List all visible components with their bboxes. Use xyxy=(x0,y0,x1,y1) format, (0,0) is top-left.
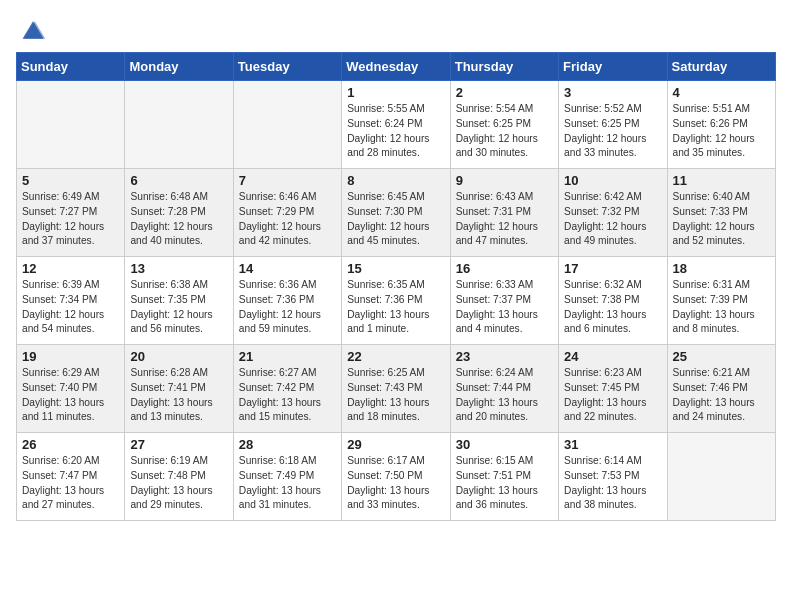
calendar-cell: 4Sunrise: 5:51 AMSunset: 6:26 PMDaylight… xyxy=(667,81,775,169)
day-info: Sunrise: 5:51 AMSunset: 6:26 PMDaylight:… xyxy=(673,102,770,161)
day-info: Sunrise: 6:28 AMSunset: 7:41 PMDaylight:… xyxy=(130,366,227,425)
weekday-header-sunday: Sunday xyxy=(17,53,125,81)
day-info: Sunrise: 6:27 AMSunset: 7:42 PMDaylight:… xyxy=(239,366,336,425)
calendar-cell: 1Sunrise: 5:55 AMSunset: 6:24 PMDaylight… xyxy=(342,81,450,169)
day-info: Sunrise: 5:55 AMSunset: 6:24 PMDaylight:… xyxy=(347,102,444,161)
day-info: Sunrise: 6:35 AMSunset: 7:36 PMDaylight:… xyxy=(347,278,444,337)
calendar-cell: 16Sunrise: 6:33 AMSunset: 7:37 PMDayligh… xyxy=(450,257,558,345)
weekday-header-wednesday: Wednesday xyxy=(342,53,450,81)
day-info: Sunrise: 6:46 AMSunset: 7:29 PMDaylight:… xyxy=(239,190,336,249)
page: SundayMondayTuesdayWednesdayThursdayFrid… xyxy=(0,0,792,537)
day-number: 5 xyxy=(22,173,119,188)
calendar-cell: 9Sunrise: 6:43 AMSunset: 7:31 PMDaylight… xyxy=(450,169,558,257)
logo-icon xyxy=(19,16,47,44)
day-number: 9 xyxy=(456,173,553,188)
weekday-header-saturday: Saturday xyxy=(667,53,775,81)
calendar-cell: 7Sunrise: 6:46 AMSunset: 7:29 PMDaylight… xyxy=(233,169,341,257)
day-info: Sunrise: 6:49 AMSunset: 7:27 PMDaylight:… xyxy=(22,190,119,249)
calendar-cell: 13Sunrise: 6:38 AMSunset: 7:35 PMDayligh… xyxy=(125,257,233,345)
day-info: Sunrise: 6:31 AMSunset: 7:39 PMDaylight:… xyxy=(673,278,770,337)
weekday-header-monday: Monday xyxy=(125,53,233,81)
day-info: Sunrise: 6:18 AMSunset: 7:49 PMDaylight:… xyxy=(239,454,336,513)
day-number: 17 xyxy=(564,261,661,276)
calendar-cell: 5Sunrise: 6:49 AMSunset: 7:27 PMDaylight… xyxy=(17,169,125,257)
weekday-header-friday: Friday xyxy=(559,53,667,81)
day-info: Sunrise: 6:21 AMSunset: 7:46 PMDaylight:… xyxy=(673,366,770,425)
day-info: Sunrise: 6:29 AMSunset: 7:40 PMDaylight:… xyxy=(22,366,119,425)
weekday-header-tuesday: Tuesday xyxy=(233,53,341,81)
calendar-cell: 30Sunrise: 6:15 AMSunset: 7:51 PMDayligh… xyxy=(450,433,558,521)
day-number: 21 xyxy=(239,349,336,364)
calendar-cell: 24Sunrise: 6:23 AMSunset: 7:45 PMDayligh… xyxy=(559,345,667,433)
day-info: Sunrise: 6:17 AMSunset: 7:50 PMDaylight:… xyxy=(347,454,444,513)
day-number: 29 xyxy=(347,437,444,452)
day-info: Sunrise: 6:36 AMSunset: 7:36 PMDaylight:… xyxy=(239,278,336,337)
day-number: 13 xyxy=(130,261,227,276)
svg-marker-1 xyxy=(24,21,45,39)
day-info: Sunrise: 6:39 AMSunset: 7:34 PMDaylight:… xyxy=(22,278,119,337)
calendar-cell xyxy=(125,81,233,169)
day-info: Sunrise: 6:19 AMSunset: 7:48 PMDaylight:… xyxy=(130,454,227,513)
day-number: 16 xyxy=(456,261,553,276)
day-number: 14 xyxy=(239,261,336,276)
calendar-cell: 28Sunrise: 6:18 AMSunset: 7:49 PMDayligh… xyxy=(233,433,341,521)
day-number: 1 xyxy=(347,85,444,100)
day-info: Sunrise: 6:42 AMSunset: 7:32 PMDaylight:… xyxy=(564,190,661,249)
day-info: Sunrise: 6:32 AMSunset: 7:38 PMDaylight:… xyxy=(564,278,661,337)
weekday-header-thursday: Thursday xyxy=(450,53,558,81)
calendar-cell: 20Sunrise: 6:28 AMSunset: 7:41 PMDayligh… xyxy=(125,345,233,433)
calendar-cell: 31Sunrise: 6:14 AMSunset: 7:53 PMDayligh… xyxy=(559,433,667,521)
calendar-cell: 12Sunrise: 6:39 AMSunset: 7:34 PMDayligh… xyxy=(17,257,125,345)
calendar-week-row-5: 26Sunrise: 6:20 AMSunset: 7:47 PMDayligh… xyxy=(17,433,776,521)
calendar-cell xyxy=(233,81,341,169)
calendar-week-row-2: 5Sunrise: 6:49 AMSunset: 7:27 PMDaylight… xyxy=(17,169,776,257)
calendar-cell xyxy=(17,81,125,169)
calendar-week-row-3: 12Sunrise: 6:39 AMSunset: 7:34 PMDayligh… xyxy=(17,257,776,345)
day-info: Sunrise: 6:20 AMSunset: 7:47 PMDaylight:… xyxy=(22,454,119,513)
day-number: 4 xyxy=(673,85,770,100)
day-number: 6 xyxy=(130,173,227,188)
day-info: Sunrise: 6:14 AMSunset: 7:53 PMDaylight:… xyxy=(564,454,661,513)
calendar-week-row-1: 1Sunrise: 5:55 AMSunset: 6:24 PMDaylight… xyxy=(17,81,776,169)
day-info: Sunrise: 5:52 AMSunset: 6:25 PMDaylight:… xyxy=(564,102,661,161)
day-number: 23 xyxy=(456,349,553,364)
calendar-cell: 2Sunrise: 5:54 AMSunset: 6:25 PMDaylight… xyxy=(450,81,558,169)
calendar-cell: 27Sunrise: 6:19 AMSunset: 7:48 PMDayligh… xyxy=(125,433,233,521)
day-number: 11 xyxy=(673,173,770,188)
day-number: 2 xyxy=(456,85,553,100)
calendar-cell: 15Sunrise: 6:35 AMSunset: 7:36 PMDayligh… xyxy=(342,257,450,345)
day-number: 7 xyxy=(239,173,336,188)
calendar-cell: 29Sunrise: 6:17 AMSunset: 7:50 PMDayligh… xyxy=(342,433,450,521)
day-number: 8 xyxy=(347,173,444,188)
logo xyxy=(16,16,47,44)
day-info: Sunrise: 6:40 AMSunset: 7:33 PMDaylight:… xyxy=(673,190,770,249)
day-number: 12 xyxy=(22,261,119,276)
calendar-cell: 3Sunrise: 5:52 AMSunset: 6:25 PMDaylight… xyxy=(559,81,667,169)
day-number: 15 xyxy=(347,261,444,276)
day-info: Sunrise: 6:25 AMSunset: 7:43 PMDaylight:… xyxy=(347,366,444,425)
day-number: 18 xyxy=(673,261,770,276)
day-number: 24 xyxy=(564,349,661,364)
day-info: Sunrise: 5:54 AMSunset: 6:25 PMDaylight:… xyxy=(456,102,553,161)
calendar-cell: 10Sunrise: 6:42 AMSunset: 7:32 PMDayligh… xyxy=(559,169,667,257)
day-info: Sunrise: 6:45 AMSunset: 7:30 PMDaylight:… xyxy=(347,190,444,249)
calendar-cell: 22Sunrise: 6:25 AMSunset: 7:43 PMDayligh… xyxy=(342,345,450,433)
day-info: Sunrise: 6:48 AMSunset: 7:28 PMDaylight:… xyxy=(130,190,227,249)
calendar-cell: 18Sunrise: 6:31 AMSunset: 7:39 PMDayligh… xyxy=(667,257,775,345)
day-number: 31 xyxy=(564,437,661,452)
calendar-cell: 6Sunrise: 6:48 AMSunset: 7:28 PMDaylight… xyxy=(125,169,233,257)
calendar-cell: 14Sunrise: 6:36 AMSunset: 7:36 PMDayligh… xyxy=(233,257,341,345)
calendar-cell: 19Sunrise: 6:29 AMSunset: 7:40 PMDayligh… xyxy=(17,345,125,433)
day-number: 3 xyxy=(564,85,661,100)
calendar-table: SundayMondayTuesdayWednesdayThursdayFrid… xyxy=(16,52,776,521)
calendar-cell: 11Sunrise: 6:40 AMSunset: 7:33 PMDayligh… xyxy=(667,169,775,257)
day-number: 22 xyxy=(347,349,444,364)
day-number: 25 xyxy=(673,349,770,364)
day-number: 27 xyxy=(130,437,227,452)
calendar-week-row-4: 19Sunrise: 6:29 AMSunset: 7:40 PMDayligh… xyxy=(17,345,776,433)
day-info: Sunrise: 6:15 AMSunset: 7:51 PMDaylight:… xyxy=(456,454,553,513)
calendar-cell: 21Sunrise: 6:27 AMSunset: 7:42 PMDayligh… xyxy=(233,345,341,433)
weekday-header-row: SundayMondayTuesdayWednesdayThursdayFrid… xyxy=(17,53,776,81)
day-number: 30 xyxy=(456,437,553,452)
day-number: 10 xyxy=(564,173,661,188)
